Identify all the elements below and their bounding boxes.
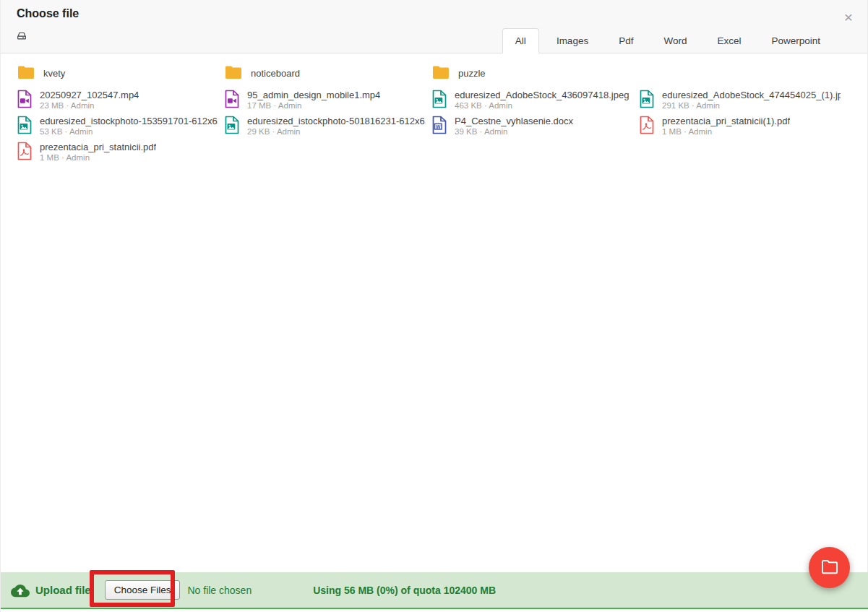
- dialog-header: Choose file × All Images Pdf Word Excel …: [1, 0, 867, 53]
- video-file-icon: [17, 90, 33, 111]
- choose-files-button[interactable]: Choose Files: [105, 580, 181, 600]
- upload-file-label: Upload file:: [35, 584, 95, 596]
- file-name: eduresized_AdobeStock_474454025_(1).jpeg: [662, 90, 841, 100]
- file-name: eduresized_AdobeStock_436097418.jpeg: [455, 90, 629, 100]
- tab-word[interactable]: Word: [650, 28, 700, 53]
- tab-all[interactable]: All: [502, 28, 539, 53]
- file-browser: kvety noticeboard puzzle 20250927_102547…: [1, 53, 867, 572]
- image-file-icon: [431, 90, 447, 111]
- file-name: 95_admin_design_mobile1.mp4: [247, 90, 380, 100]
- file-name: eduresized_istockphoto-501816231-612x612…: [247, 116, 426, 126]
- file-item[interactable]: eduresized_AdobeStock_474454025_(1).jpeg…: [633, 90, 841, 111]
- file-meta: 53 KB · Admin: [40, 126, 218, 137]
- tab-label: Excel: [717, 35, 741, 46]
- add-folder-fab[interactable]: [809, 547, 850, 588]
- image-file-icon: [17, 116, 33, 137]
- tab-images[interactable]: Images: [543, 28, 601, 53]
- quota-usage-text: Using 56 MB (0%) of quota 102400 MB: [313, 585, 496, 596]
- folder-item[interactable]: noticeboard: [218, 64, 426, 82]
- pdf-file-icon: [17, 142, 33, 163]
- choose-file-dialog: Choose file × All Images Pdf Word Excel …: [0, 0, 868, 612]
- file-item[interactable]: prezentacia_pri_statnicii(1).pdf 1 MB · …: [633, 116, 841, 137]
- file-item[interactable]: eduresized_istockphoto-501816231-612x612…: [218, 116, 426, 137]
- file-type-tabs: All Images Pdf Word Excel Powerpoint: [498, 28, 833, 53]
- folder-icon: [431, 64, 450, 82]
- tab-excel[interactable]: Excel: [704, 28, 754, 53]
- file-meta: 29 KB · Admin: [247, 126, 426, 137]
- file-item[interactable]: prezentacia_pri_statnicii.pdf 1 MB · Adm…: [11, 142, 218, 163]
- svg-text:W: W: [436, 124, 441, 129]
- file-name: P4_Cestne_vyhlasenie.docx: [455, 116, 573, 126]
- folder-icon: [224, 64, 243, 82]
- tab-pdf[interactable]: Pdf: [606, 28, 646, 53]
- file-meta: 1 MB · Admin: [40, 152, 156, 163]
- folder-open-icon: [820, 559, 839, 577]
- hard-drive-icon[interactable]: [16, 30, 27, 44]
- file-item[interactable]: eduresized_AdobeStock_436097418.jpeg 463…: [426, 90, 633, 111]
- file-meta: 23 MB · Admin: [40, 100, 139, 111]
- no-file-chosen-text: No file chosen: [187, 585, 252, 596]
- pdf-file-icon: [639, 116, 655, 137]
- folder-name: kvety: [43, 68, 65, 79]
- file-item[interactable]: eduresized_istockphoto-153591701-612x612…: [11, 116, 218, 137]
- file-name: eduresized_istockphoto-153591701-612x612…: [40, 116, 218, 126]
- file-meta: 39 KB · Admin: [455, 126, 573, 137]
- file-name: prezentacia_pri_statnicii.pdf: [40, 142, 156, 152]
- file-item[interactable]: W P4_Cestne_vyhlasenie.docx 39 KB · Admi…: [426, 116, 633, 137]
- folder-name: noticeboard: [251, 68, 300, 79]
- file-meta: 1 MB · Admin: [662, 126, 790, 137]
- file-meta: 17 MB · Admin: [247, 100, 380, 111]
- folder-icon: [17, 64, 35, 82]
- bottom-strip: [1, 609, 868, 612]
- folder-item[interactable]: kvety: [11, 64, 218, 82]
- file-meta: 291 KB · Admin: [662, 100, 841, 111]
- folder-item[interactable]: puzzle: [426, 64, 633, 82]
- tab-label: Powerpoint: [771, 35, 820, 46]
- dialog-title: Choose file: [17, 7, 79, 20]
- tab-label: Word: [663, 35, 687, 46]
- file-grid: 20250927_102547.mp4 23 MB · Admin 95_adm…: [11, 90, 867, 163]
- close-icon[interactable]: ×: [841, 9, 856, 25]
- tab-label: Pdf: [619, 35, 633, 46]
- tab-label: All: [515, 35, 526, 46]
- video-file-icon: [224, 90, 240, 111]
- folder-grid: kvety noticeboard puzzle: [11, 64, 867, 82]
- cloud-upload-icon: [11, 583, 30, 598]
- tab-powerpoint[interactable]: Powerpoint: [758, 28, 833, 53]
- file-item[interactable]: 20250927_102547.mp4 23 MB · Admin: [11, 90, 218, 111]
- folder-name: puzzle: [458, 68, 486, 79]
- file-name: 20250927_102547.mp4: [40, 90, 139, 100]
- file-name: prezentacia_pri_statnicii(1).pdf: [662, 116, 790, 126]
- file-meta: 463 KB · Admin: [455, 100, 629, 111]
- image-file-icon: [639, 90, 655, 111]
- upload-bar: Upload file: Choose Files No file chosen…: [1, 572, 868, 609]
- word-file-icon: W: [431, 116, 447, 137]
- file-item[interactable]: 95_admin_design_mobile1.mp4 17 MB · Admi…: [218, 90, 426, 111]
- tab-label: Images: [557, 35, 588, 46]
- image-file-icon: [224, 116, 240, 137]
